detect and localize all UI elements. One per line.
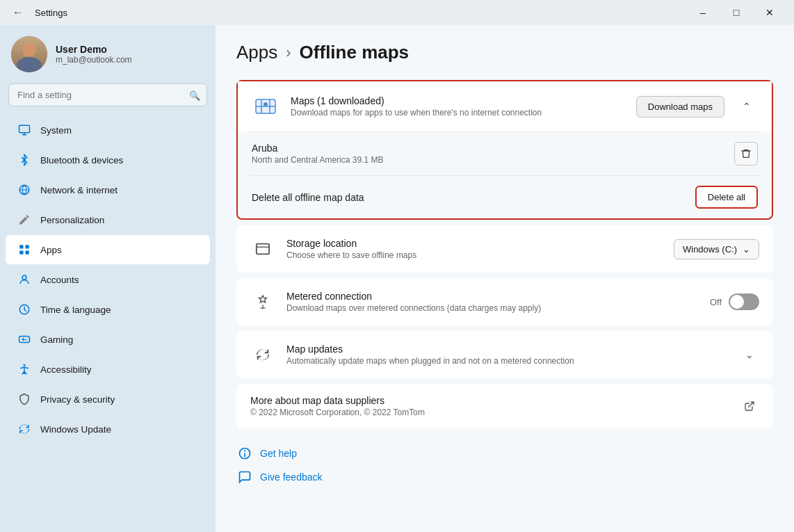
avatar <box>11 36 47 72</box>
map-updates-expand-button[interactable]: ⌄ <box>740 345 759 364</box>
get-help-icon <box>236 445 253 462</box>
user-name: User Demo <box>56 44 132 55</box>
sidebar-item-bluetooth[interactable]: Bluetooth & devices <box>6 145 210 175</box>
content-area: Apps › Offline maps Maps (1 downloaded) … <box>216 25 794 532</box>
maps-header: Maps (1 downloaded) Download maps for ap… <box>238 81 772 131</box>
collapse-maps-button[interactable]: ⌃ <box>736 95 758 118</box>
sidebar-item-update-label: Windows Update <box>40 424 111 435</box>
more-info-desc: © 2022 Microsoft Corporation, © 2022 Tom… <box>250 408 729 417</box>
breadcrumb-apps[interactable]: Apps <box>236 42 277 63</box>
sidebar-item-gaming[interactable]: Gaming <box>6 325 210 354</box>
sidebar-item-network[interactable]: Network & internet <box>6 175 210 204</box>
page-title: Offline maps <box>300 42 409 63</box>
delete-all-label: Delete all offline map data <box>252 192 364 203</box>
download-maps-button[interactable]: Download maps <box>636 96 724 118</box>
maximize-button[interactable]: □ <box>720 2 752 23</box>
back-button[interactable]: ← <box>8 3 28 22</box>
sidebar-item-apps-label: Apps <box>40 245 62 255</box>
accessibility-icon <box>17 362 32 377</box>
map-updates-row[interactable]: Map updates Automatically update maps wh… <box>236 331 773 378</box>
accounts-icon <box>17 272 32 287</box>
feedback-icon <box>236 469 253 485</box>
delete-all-button[interactable]: Delete all <box>695 186 758 209</box>
sidebar-item-privacy[interactable]: Privacy & security <box>6 385 210 414</box>
storage-icon <box>250 236 275 261</box>
aruba-title: Aruba <box>252 143 723 154</box>
personalization-icon <box>17 212 32 227</box>
svg-rect-12 <box>257 244 269 255</box>
get-help-link[interactable]: Get help <box>236 445 773 462</box>
map-updates-desc: Automatically update maps when plugged i… <box>286 356 729 366</box>
get-help-label: Get help <box>260 448 297 459</box>
svg-point-11 <box>264 102 268 106</box>
sidebar-item-personalization[interactable]: Personalization <box>6 205 210 234</box>
metered-icon <box>250 289 275 314</box>
toggle-label: Off <box>710 297 722 307</box>
svg-rect-0 <box>19 125 30 133</box>
svg-rect-2 <box>19 245 23 248</box>
aruba-row: Aruba North and Central America 39.1 MB <box>238 132 772 175</box>
sidebar-item-system[interactable]: System <box>6 115 210 145</box>
sidebar-item-personalization-label: Personalization <box>40 215 104 225</box>
delete-aruba-button[interactable] <box>734 142 758 166</box>
chevron-down-icon: ⌄ <box>743 244 750 255</box>
metered-toggle-container: Off <box>710 293 759 310</box>
search-icon: 🔍 <box>189 90 200 100</box>
gaming-icon <box>17 332 32 347</box>
sidebar-item-network-label: Network & internet <box>40 185 118 195</box>
map-updates-title: Map updates <box>286 344 729 355</box>
sidebar-item-apps[interactable]: Apps <box>6 235 210 264</box>
storage-desc: Choose where to save offline maps <box>286 250 663 260</box>
svg-point-6 <box>22 275 26 280</box>
sidebar-item-accessibility[interactable]: Accessibility <box>6 355 210 384</box>
storage-select[interactable]: Windows (C:) ⌄ <box>674 239 759 259</box>
close-button[interactable]: ✕ <box>754 2 786 23</box>
sidebar-item-time-label: Time & language <box>40 305 111 315</box>
sidebar-item-bluetooth-label: Bluetooth & devices <box>40 155 123 166</box>
delete-all-row: Delete all offline map data Delete all <box>238 176 772 218</box>
page-header: Apps › Offline maps <box>236 42 773 63</box>
maps-card: Maps (1 downloaded) Download maps for ap… <box>236 80 773 220</box>
time-icon <box>17 302 32 317</box>
storage-row: Storage location Choose where to save of… <box>236 225 773 273</box>
storage-title: Storage location <box>286 238 663 249</box>
sidebar-item-time[interactable]: Time & language <box>6 295 210 324</box>
breadcrumb-separator: › <box>286 44 291 62</box>
metered-row: Metered connection Download maps over me… <box>236 278 773 325</box>
give-feedback-link[interactable]: Give feedback <box>236 469 773 485</box>
sidebar-item-system-label: System <box>40 125 72 136</box>
sidebar-item-accounts[interactable]: Accounts <box>6 265 210 294</box>
more-info-title: More about map data suppliers <box>250 395 729 406</box>
sidebar-item-accounts-label: Accounts <box>40 275 79 285</box>
footer-links: Get help Give feedback <box>236 445 773 485</box>
sidebar-nav: System Bluetooth & devices Network & int… <box>0 115 216 444</box>
sidebar-item-accessibility-label: Accessibility <box>40 364 92 375</box>
network-icon <box>17 182 32 198</box>
user-section[interactable]: User Demo m_lab@outlook.com <box>0 25 216 83</box>
sidebar-item-gaming-label: Gaming <box>40 334 73 345</box>
user-email: m_lab@outlook.com <box>56 55 132 65</box>
map-updates-icon <box>250 342 275 367</box>
metered-toggle[interactable] <box>729 293 759 310</box>
minimize-button[interactable]: – <box>687 2 719 23</box>
sidebar-item-privacy-label: Privacy & security <box>40 394 115 405</box>
sidebar-item-update[interactable]: Windows Update <box>6 414 210 444</box>
more-info-row: More about map data suppliers © 2022 Mic… <box>236 384 773 428</box>
privacy-icon <box>17 392 32 407</box>
system-icon <box>17 122 32 138</box>
maps-desc: Download maps for apps to use when there… <box>291 108 625 118</box>
svg-point-14 <box>244 450 245 451</box>
svg-rect-4 <box>19 251 23 255</box>
apps-icon <box>17 242 32 257</box>
svg-point-9 <box>24 364 26 366</box>
title-bar: ← Settings – □ ✕ <box>0 0 794 25</box>
window-title: Settings <box>35 8 67 18</box>
svg-rect-3 <box>26 245 29 248</box>
search-box: 🔍 <box>8 83 207 106</box>
more-info-external-link-button[interactable] <box>740 396 759 416</box>
search-input[interactable] <box>8 83 207 106</box>
aruba-meta: North and Central America 39.1 MB <box>252 155 723 165</box>
bluetooth-icon <box>17 152 32 168</box>
metered-title: Metered connection <box>286 291 699 302</box>
metered-desc: Download maps over metered connections (… <box>286 303 699 313</box>
